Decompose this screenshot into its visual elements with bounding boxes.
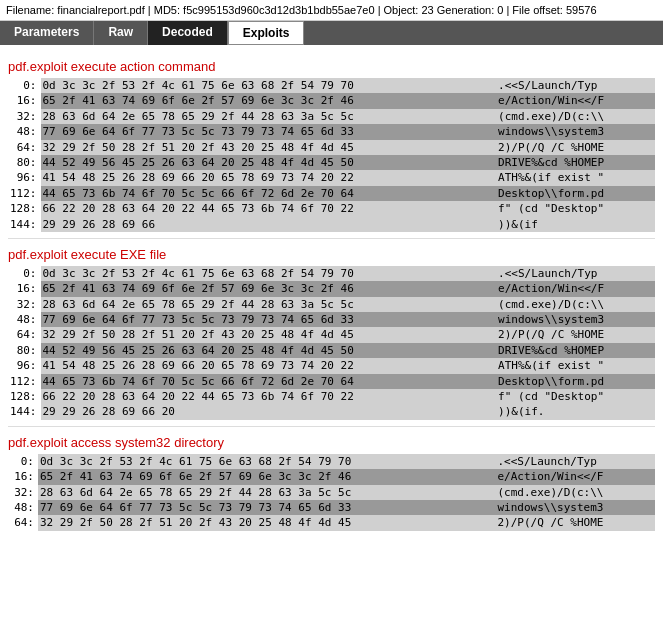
ascii-text: 2)/P(/Q /C %HOME [496,140,655,155]
hex-bytes: 77 69 6e 64 6f 77 73 5c 5c 73 79 73 74 6… [41,312,497,327]
table-row: 32:28 63 6d 64 2e 65 78 65 29 2f 44 28 6… [8,297,655,312]
table-row: 48:77 69 6e 64 6f 77 73 5c 5c 73 79 73 7… [8,500,655,515]
hex-offset: 128: [8,201,41,216]
hex-offset: 144: [8,404,41,419]
hex-bytes: 0d 3c 3c 2f 53 2f 4c 61 75 6e 63 68 2f 5… [41,78,497,93]
hex-offset: 0: [8,454,38,469]
main-content: pdf.exploit execute action command0:0d 3… [0,45,663,541]
table-row: 32:28 63 6d 64 2e 65 78 65 29 2f 44 28 6… [8,485,655,500]
table-row: 48:77 69 6e 64 6f 77 73 5c 5c 73 79 73 7… [8,124,655,139]
ascii-text: Desktop\\form.pd [496,374,655,389]
hex-offset: 16: [8,281,41,296]
hex-offset: 80: [8,343,41,358]
hex-bytes: 41 54 48 25 26 28 69 66 20 65 78 69 73 7… [41,170,497,185]
ascii-text: DRIVE%&cd %HOMEP [496,155,655,170]
ascii-text: (cmd.exe)/D(c:\\ [495,485,655,500]
hex-offset: 80: [8,155,41,170]
ascii-text: (cmd.exe)/D(c:\\ [496,297,655,312]
ascii-text: Desktop\\form.pd [496,186,655,201]
hex-bytes: 32 29 2f 50 28 2f 51 20 2f 43 20 25 48 4… [41,140,497,155]
ascii-text: e/Action/Win<</F [496,93,655,108]
ascii-text: .<<S/Launch/Typ [495,454,655,469]
ascii-text: 2)/P(/Q /C %HOME [495,515,655,530]
ascii-text: DRIVE%&cd %HOMEP [496,343,655,358]
hex-table-0: 0:0d 3c 3c 2f 53 2f 4c 61 75 6e 63 68 2f… [8,78,655,232]
ascii-text: .<<S/Launch/Typ [496,266,655,281]
hex-bytes: 77 69 6e 64 6f 77 73 5c 5c 73 79 73 74 6… [38,500,495,515]
ascii-text: f" (cd "Desktop" [496,389,655,404]
hex-bytes: 44 52 49 56 45 25 26 63 64 20 25 48 4f 4… [41,343,497,358]
hex-offset: 16: [8,469,38,484]
table-row: 64:32 29 2f 50 28 2f 51 20 2f 43 20 25 4… [8,327,655,342]
table-row: 128:66 22 20 28 63 64 20 22 44 65 73 6b … [8,389,655,404]
table-row: 48:77 69 6e 64 6f 77 73 5c 5c 73 79 73 7… [8,312,655,327]
table-row: 112:44 65 73 6b 74 6f 70 5c 5c 66 6f 72 … [8,374,655,389]
ascii-text: f" (cd "Desktop" [496,201,655,216]
table-row: 0:0d 3c 3c 2f 53 2f 4c 61 75 6e 63 68 2f… [8,266,655,281]
table-row: 144:29 29 26 28 69 66 20))&(if. [8,404,655,419]
hex-bytes: 32 29 2f 50 28 2f 51 20 2f 43 20 25 48 4… [38,515,495,530]
hex-offset: 48: [8,124,41,139]
hex-offset: 0: [8,266,41,281]
hex-bytes: 66 22 20 28 63 64 20 22 44 65 73 6b 74 6… [41,389,497,404]
hex-offset: 64: [8,515,38,530]
table-row: 16:65 2f 41 63 74 69 6f 6e 2f 57 69 6e 3… [8,93,655,108]
file-info: Filename: financialreport.pdf | MD5: f5c… [6,4,597,16]
table-row: 80:44 52 49 56 45 25 26 63 64 20 25 48 4… [8,155,655,170]
top-bar: Filename: financialreport.pdf | MD5: f5c… [0,0,663,21]
ascii-text: 2)/P(/Q /C %HOME [496,327,655,342]
tab-bar: Parameters Raw Decoded Exploits [0,21,663,45]
table-row: 112:44 65 73 6b 74 6f 70 5c 5c 66 6f 72 … [8,186,655,201]
hex-bytes: 65 2f 41 63 74 69 6f 6e 2f 57 69 6e 3c 3… [41,93,497,108]
ascii-text: .<<S/Launch/Typ [496,78,655,93]
hex-offset: 32: [8,485,38,500]
table-row: 128:66 22 20 28 63 64 20 22 44 65 73 6b … [8,201,655,216]
ascii-text: windows\\system3 [495,500,655,515]
hex-bytes: 77 69 6e 64 6f 77 73 5c 5c 73 79 73 74 6… [41,124,497,139]
hex-bytes: 44 65 73 6b 74 6f 70 5c 5c 66 6f 72 6d 2… [41,374,497,389]
hex-table-1: 0:0d 3c 3c 2f 53 2f 4c 61 75 6e 63 68 2f… [8,266,655,420]
section-title-1: pdf.exploit execute EXE file [8,247,655,262]
hex-bytes: 44 52 49 56 45 25 26 63 64 20 25 48 4f 4… [41,155,497,170]
hex-offset: 112: [8,186,41,201]
ascii-text: ))&(if. [496,404,655,419]
ascii-text: ATH%&(if exist " [496,358,655,373]
hex-bytes: 41 54 48 25 26 28 69 66 20 65 78 69 73 7… [41,358,497,373]
hex-offset: 0: [8,78,41,93]
hex-offset: 112: [8,374,41,389]
hex-bytes: 0d 3c 3c 2f 53 2f 4c 61 75 6e 63 68 2f 5… [38,454,495,469]
tab-exploits[interactable]: Exploits [228,21,305,45]
hex-bytes: 28 63 6d 64 2e 65 78 65 29 2f 44 28 63 3… [41,109,497,124]
hex-bytes: 29 29 26 28 69 66 [41,217,497,232]
table-row: 96:41 54 48 25 26 28 69 66 20 65 78 69 7… [8,358,655,373]
table-row: 0:0d 3c 3c 2f 53 2f 4c 61 75 6e 63 68 2f… [8,78,655,93]
ascii-text: ))&(if [496,217,655,232]
hex-offset: 32: [8,297,41,312]
table-row: 64:32 29 2f 50 28 2f 51 20 2f 43 20 25 4… [8,515,655,530]
table-row: 80:44 52 49 56 45 25 26 63 64 20 25 48 4… [8,343,655,358]
tab-parameters[interactable]: Parameters [0,21,94,45]
hex-offset: 48: [8,500,38,515]
ascii-text: e/Action/Win<</F [495,469,655,484]
ascii-text: windows\\system3 [496,124,655,139]
table-row: 144:29 29 26 28 69 66))&(if [8,217,655,232]
tab-decoded[interactable]: Decoded [148,21,228,45]
hex-table-2: 0:0d 3c 3c 2f 53 2f 4c 61 75 6e 63 68 2f… [8,454,655,531]
hex-bytes: 0d 3c 3c 2f 53 2f 4c 61 75 6e 63 68 2f 5… [41,266,497,281]
hex-offset: 64: [8,140,41,155]
hex-offset: 32: [8,109,41,124]
table-row: 96:41 54 48 25 26 28 69 66 20 65 78 69 7… [8,170,655,185]
hex-bytes: 44 65 73 6b 74 6f 70 5c 5c 66 6f 72 6d 2… [41,186,497,201]
hex-bytes: 32 29 2f 50 28 2f 51 20 2f 43 20 25 48 4… [41,327,497,342]
tab-raw[interactable]: Raw [94,21,148,45]
table-row: 32:28 63 6d 64 2e 65 78 65 29 2f 44 28 6… [8,109,655,124]
hex-offset: 16: [8,93,41,108]
hex-bytes: 28 63 6d 64 2e 65 78 65 29 2f 44 28 63 3… [38,485,495,500]
ascii-text: windows\\system3 [496,312,655,327]
table-row: 0:0d 3c 3c 2f 53 2f 4c 61 75 6e 63 68 2f… [8,454,655,469]
hex-offset: 96: [8,358,41,373]
ascii-text: (cmd.exe)/D(c:\\ [496,109,655,124]
hex-offset: 64: [8,327,41,342]
table-row: 64:32 29 2f 50 28 2f 51 20 2f 43 20 25 4… [8,140,655,155]
hex-bytes: 65 2f 41 63 74 69 6f 6e 2f 57 69 6e 3c 3… [38,469,495,484]
